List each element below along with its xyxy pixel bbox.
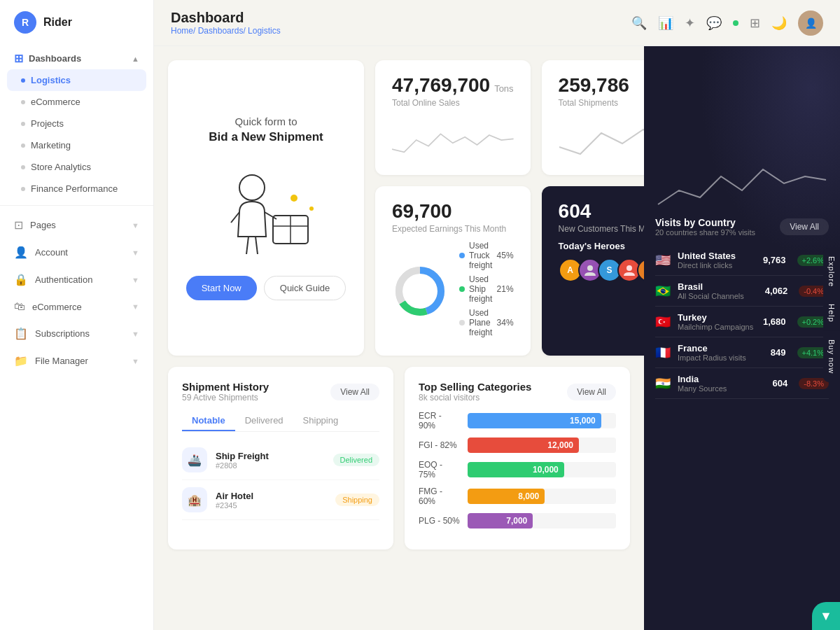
- country-tr: 🇹🇷 Turkey Mailchimp Campaigns 1,680 +0.2…: [655, 307, 829, 337]
- sidebar-item-account[interactable]: 👤 Account ▼: [0, 239, 153, 266]
- sales-unit: Tons: [494, 83, 513, 94]
- avatar[interactable]: 👤: [798, 10, 823, 36]
- visits-view-all[interactable]: View All: [780, 218, 829, 235]
- shipment-name-2: Air Hotel: [216, 491, 253, 501]
- status-dot: [733, 20, 738, 26]
- shipments-chart: [559, 119, 644, 161]
- shipment-view-all[interactable]: View All: [330, 384, 379, 400]
- shipment-subtitle: 59 Active Shipments: [182, 393, 269, 402]
- tab-shipping[interactable]: Shipping: [293, 411, 349, 431]
- explore-button[interactable]: Explore: [823, 248, 840, 295]
- dashboards-label: Dashboards: [29, 53, 81, 64]
- shipment-name-1: Ship Freight: [216, 451, 269, 461]
- visits-tr: 1,680: [763, 316, 786, 327]
- dashboards-section[interactable]: ⊞ Dashboards ▲: [0, 48, 153, 69]
- shipment-tabs: Notable Delivered Shipping: [182, 411, 379, 432]
- donut-legend: Used Truck freight 45% Used Ship freight…: [459, 241, 514, 342]
- moon-icon[interactable]: 🌙: [771, 15, 787, 31]
- chart-icon[interactable]: 📊: [658, 15, 673, 31]
- top-row: Quick form to Bid a New Shipment: [168, 60, 630, 356]
- content: Quick form to Bid a New Shipment: [154, 46, 840, 630]
- settings-icon[interactable]: ✦: [685, 15, 695, 31]
- donut-section: Used Truck freight 45% Used Ship freight…: [392, 241, 514, 342]
- ship-pct: 21%: [497, 284, 514, 294]
- dashboards-arrow: ▲: [132, 55, 139, 63]
- sidebar-item-ecommerce2[interactable]: 🛍 eCommerce ▼: [0, 293, 153, 320]
- ecommerce-label: eCommerce: [32, 302, 82, 312]
- bar-eoq: EOQ - 75% 10,000: [419, 460, 616, 479]
- bar-fmg: FMG - 60% 8,000: [419, 486, 616, 506]
- country-name-tr: Turkey: [678, 312, 753, 323]
- sidebar-item-label: Finance Performance: [31, 183, 118, 194]
- visits-header: Visits by Country 20 countries share 97%…: [655, 217, 829, 237]
- account-arrow: ▼: [132, 248, 139, 257]
- donut-chart: [392, 263, 448, 319]
- visits-br: 4,062: [765, 286, 788, 296]
- sidebar-item-finance[interactable]: Finance Performance: [0, 178, 153, 200]
- grid-icon[interactable]: ⊞: [750, 15, 760, 31]
- sidebar-item-subscriptions[interactable]: 📋 Subscriptions ▼: [0, 320, 153, 347]
- legend-ship: Used Ship freight 21%: [459, 274, 514, 304]
- shipment-header: Shipment History 59 Active Shipments Vie…: [182, 381, 379, 402]
- promo-buttons: Start Now Quick Guide: [186, 276, 346, 300]
- breadcrumb: Home/ Dashboards/ Logistics: [171, 26, 281, 36]
- flag-us: 🇺🇸: [655, 253, 671, 268]
- flag-br: 🇧🇷: [655, 284, 671, 299]
- categories-header: Top Selling Categories 8k social visitor…: [419, 381, 616, 402]
- promo-card: Quick form to Bid a New Shipment: [168, 60, 364, 356]
- logo-text: Rider: [43, 16, 72, 29]
- sidebar: R Rider ⊞ Dashboards ▲ Logistics eCommer…: [0, 0, 154, 630]
- header-right: 🔍 📊 ✦ 💬 ⊞ 🌙 👤: [631, 10, 823, 36]
- sidebar-item-auth[interactable]: 🔒 Authentication ▼: [0, 266, 153, 293]
- promo-illustration: [210, 167, 322, 258]
- svg-point-4: [290, 195, 298, 202]
- ecommerce-icon: 🛍: [14, 300, 25, 313]
- country-name-fr: France: [678, 343, 746, 354]
- country-source-fr: Impact Radius visits: [678, 354, 746, 362]
- hotel-icon: 🏨: [182, 487, 207, 512]
- tab-delivered[interactable]: Delivered: [235, 411, 293, 431]
- country-us: 🇺🇸 United States Direct link clicks 9,76…: [655, 245, 829, 276]
- visits-fr: 849: [771, 347, 786, 358]
- heroes-section: Today's Heroes A S P: [559, 241, 644, 282]
- shipment-title: Shipment History: [182, 381, 269, 393]
- truck-label: Used Truck freight: [469, 241, 497, 270]
- sales-value: 47,769,700: [392, 74, 490, 97]
- auth-arrow: ▼: [132, 276, 139, 284]
- ship-icon: 🚢: [182, 447, 207, 472]
- categories-view-all[interactable]: View All: [567, 384, 616, 400]
- categories-title: Top Selling Categories: [419, 381, 531, 393]
- help-button[interactable]: Help: [823, 295, 840, 331]
- bar-fgi: FGI - 82% 12,000: [419, 438, 616, 453]
- shipment-row-2: 🏨 Air Hotel #2345 Shipping: [182, 480, 379, 520]
- shipment-row-1: 🚢 Ship Freight #2808 Delivered: [182, 440, 379, 480]
- svg-point-0: [239, 175, 265, 200]
- logo[interactable]: R Rider: [0, 11, 153, 48]
- main-area: Dashboard Home/ Dashboards/ Logistics 🔍 …: [154, 0, 840, 630]
- chat-icon[interactable]: 💬: [706, 15, 722, 31]
- sidebar-item-projects[interactable]: Projects: [0, 113, 153, 134]
- bottom-row: Shipment History 59 Active Shipments Vie…: [168, 367, 630, 550]
- search-icon[interactable]: 🔍: [631, 15, 647, 31]
- bar-plg: PLG - 50% 7,000: [419, 513, 616, 528]
- sidebar-item-pages[interactable]: ⊡ Pages ▼: [0, 211, 153, 239]
- dark-chart-area: [655, 57, 829, 211]
- start-now-button[interactable]: Start Now: [186, 276, 257, 300]
- teal-indicator[interactable]: ▼: [812, 602, 840, 630]
- tab-notable[interactable]: Notable: [182, 411, 235, 431]
- subscriptions-label: Subscriptions: [35, 328, 90, 339]
- sidebar-item-ecommerce[interactable]: eCommerce: [0, 91, 153, 113]
- sidebar-item-marketing[interactable]: Marketing: [0, 134, 153, 156]
- pages-arrow: ▼: [132, 221, 139, 230]
- shipment-id-1: #2808: [216, 461, 269, 470]
- sidebar-item-logistics[interactable]: Logistics: [7, 69, 146, 91]
- header-left: Dashboard Home/ Dashboards/ Logistics: [171, 10, 281, 36]
- sidebar-item-filemanager[interactable]: 📁 File Manager ▼: [0, 347, 153, 374]
- buy-now-button[interactable]: Buy now: [823, 331, 840, 382]
- sidebar-item-store-analytics[interactable]: Store Analytics: [0, 156, 153, 178]
- quick-guide-button[interactable]: Quick Guide: [264, 276, 346, 300]
- sales-chart: [392, 119, 514, 161]
- shipment-id-2: #2345: [216, 501, 253, 510]
- filemanager-label: File Manager: [35, 356, 88, 366]
- content-main: Quick form to Bid a New Shipment: [154, 46, 644, 630]
